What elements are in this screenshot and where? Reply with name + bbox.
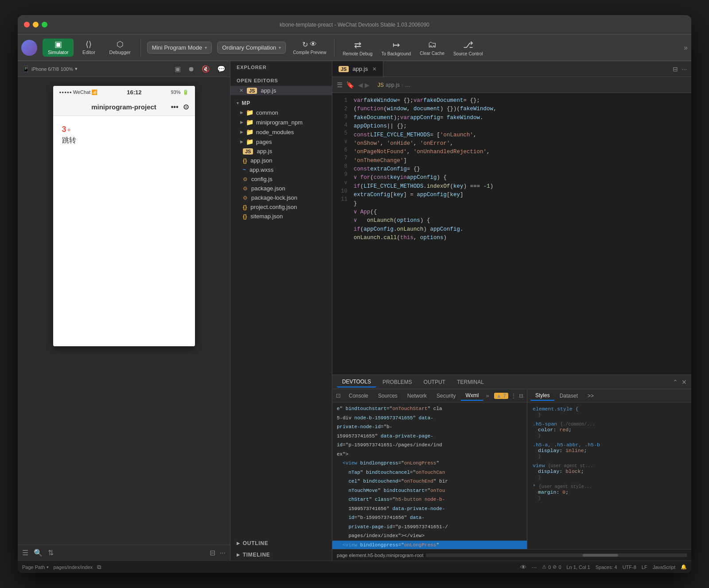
terminal-tab[interactable]: TERMINAL (452, 377, 489, 387)
more-options-icon[interactable]: ··· (220, 549, 226, 557)
more-icon[interactable]: ••• (171, 103, 179, 111)
source-control-button[interactable]: ⎇ Source Control (450, 38, 487, 58)
open-editor-appjs[interactable]: ✕ JS app.js (230, 86, 332, 95)
sim-toolbar-icon-3[interactable]: 🔇 (202, 65, 210, 73)
code-editor[interactable]: var fakeWindow = {};var fakeDocument = {… (350, 93, 691, 375)
console-scrollbar[interactable] (426, 553, 687, 557)
close-button[interactable] (24, 22, 30, 27)
bookmark-icon[interactable]: 🔖 (346, 81, 354, 89)
sim-toolbar-icon-2[interactable]: ⏺ (188, 65, 195, 73)
maximize-button[interactable] (42, 22, 47, 27)
minimize-button[interactable] (33, 22, 39, 27)
console-row[interactable]: pages/index/index"></view> (332, 531, 527, 541)
editor-button[interactable]: ⟨⟩ Editor (75, 39, 102, 57)
console-row-selected[interactable]: <view bindlongpress="onLongPress" (332, 541, 527, 549)
console-row[interactable]: 1599573741655" data-private-page- (332, 432, 527, 441)
console-row[interactable]: ex"> (332, 450, 527, 459)
file-configjs[interactable]: ⚙ config.js (230, 174, 332, 184)
filter-icon[interactable]: ⇅ (48, 549, 54, 557)
more-button[interactable]: » (684, 44, 688, 52)
nav-back-icon[interactable]: ◀ (358, 81, 363, 89)
problems-tab[interactable]: PROBLEMS (377, 377, 417, 387)
file-appjs[interactable]: JS app.js (230, 147, 332, 156)
eye-status-icon[interactable]: 👁 (520, 564, 526, 571)
console-row[interactable]: id="p-1599573741651-/pages/index/ind (332, 441, 527, 450)
sim-toolbar-icon-1[interactable]: ▣ (175, 65, 181, 73)
debugger-button[interactable]: ⬡ Debugger (104, 39, 136, 57)
console-row[interactable]: nTap" bindtouchcancel="onTouchCan (332, 468, 527, 477)
console-subtab[interactable]: Console (344, 391, 373, 400)
phone-nav-title: miniprogram-project (91, 103, 156, 111)
console-row[interactable]: 5-div node-b-1599573741655" data- (332, 414, 527, 423)
list-icon[interactable]: ☰ (22, 549, 28, 557)
console-row[interactable]: id="b-1599573741656" data- (332, 513, 527, 522)
security-subtab[interactable]: Security (432, 391, 460, 400)
layout-icon[interactable]: ⊟ (210, 549, 215, 557)
folder-miniprogram-npm[interactable]: ▶ 📁 miniprogram_npm (230, 117, 332, 127)
console-row[interactable]: cel" bindtouchend="onTouchEnd" bir (332, 477, 527, 486)
page-path-selector[interactable]: Page Path ▾ (22, 565, 49, 570)
split-editor-icon[interactable]: ⊟ (673, 66, 678, 73)
collapse-icon[interactable]: ⌃ (673, 379, 678, 386)
console-content[interactable]: e" bindtouchstart="onTouchStart" cla 5-d… (332, 402, 527, 549)
encoding[interactable]: UTF-8 (623, 565, 636, 570)
notification-bell-icon[interactable]: 🔔 (681, 564, 687, 570)
sim-toolbar-icon-4[interactable]: 💬 (217, 65, 226, 73)
console-row[interactable]: private-page-id="p-1599573741651-/ (332, 522, 527, 532)
styles-tab-more[interactable]: >> (583, 391, 598, 400)
tab-close-icon[interactable]: ✕ (372, 66, 377, 72)
more-status-icon[interactable]: ··· (532, 564, 537, 571)
file-packagejson[interactable]: ⚙ package.json (230, 184, 332, 193)
compilation-dropdown[interactable]: Ordinary Compilation ▾ (217, 42, 286, 54)
to-background-button[interactable]: ↦ To Background (378, 38, 415, 58)
search-icon[interactable]: 🔍 (34, 549, 43, 557)
folder-common[interactable]: ▶ 📁 common (230, 108, 332, 117)
outline-label[interactable]: ▶ OUTLINE (237, 540, 326, 546)
chevron-down-icon: ▾ (279, 45, 281, 50)
console-row[interactable]: <view bindlongpress="onLongPress" (332, 459, 527, 468)
mp-section-header[interactable]: ▾ MP (230, 99, 332, 108)
devtools-tab[interactable]: DEVTOOLS (337, 377, 376, 387)
indentation[interactable]: Spaces: 4 (596, 565, 617, 570)
clear-cache-button[interactable]: 🗂 Clear Cache (416, 38, 448, 58)
output-tab[interactable]: OUTPUT (418, 377, 451, 387)
simulator-button[interactable]: ▣ Simulator (43, 39, 74, 57)
close-icon[interactable]: ✕ (239, 88, 243, 93)
file-packagelockjson[interactable]: ⚙ package-lock.json (230, 193, 332, 202)
compile-preview-button[interactable]: ↻ 👁 Compile Preview (289, 39, 330, 57)
folder-node-modules[interactable]: ▶ 📁 node_modules (230, 127, 332, 137)
mode-dropdown[interactable]: Mini Program Mode ▾ (147, 42, 212, 54)
language-mode[interactable]: JavaScript (653, 565, 675, 570)
copy-path-icon[interactable]: ⧉ (97, 564, 101, 571)
dev-subtab-icon[interactable]: ⊡ (336, 392, 341, 399)
settings-icon[interactable]: ⋮ (511, 393, 516, 399)
styles-tab-dataset[interactable]: Dataset (555, 391, 582, 400)
more-subtabs-icon[interactable]: » (486, 392, 489, 399)
styles-tab-styles[interactable]: Styles (531, 391, 554, 401)
cursor-position[interactable]: Ln 1, Col 1 (567, 565, 590, 570)
record-icon[interactable]: ⊙ (183, 103, 189, 111)
wxml-subtab[interactable]: Wxml (461, 391, 483, 401)
console-row[interactable]: e" bindtouchstart="onTouchStart" cla (332, 404, 527, 414)
network-subtab[interactable]: Network (403, 391, 431, 400)
sources-subtab[interactable]: Sources (374, 391, 402, 400)
file-appjson[interactable]: {} app.json (230, 156, 332, 165)
nav-forward-icon[interactable]: ▶ (365, 81, 370, 89)
file-sitemapjson[interactable]: {} sitemap.json (230, 212, 332, 221)
editor-tab-appjs[interactable]: JS app.js ✕ (332, 61, 383, 77)
file-projectconfigjson[interactable]: {} project.config.json (230, 202, 332, 212)
line-ending[interactable]: LF (642, 565, 647, 570)
more-editor-icon[interactable]: ··· (682, 66, 687, 73)
folder-pages[interactable]: ▶ 📁 pages (230, 137, 332, 147)
dock-icon[interactable]: ⊟ (519, 393, 523, 399)
console-row[interactable]: private-node-id="b- (332, 422, 527, 432)
close-icon[interactable]: ✕ (682, 379, 687, 386)
console-row[interactable]: chStart" class="h5-button node-b- (332, 495, 527, 504)
console-row[interactable]: nTouchMove" bindtouchstart="onTou (332, 486, 527, 495)
file-appwxss[interactable]: ~ app.wxss (230, 165, 332, 174)
console-row[interactable]: 1599573741656" data-private-node- (332, 504, 527, 514)
timeline-label[interactable]: ▶ TIMELINE (237, 552, 326, 558)
remote-debug-button[interactable]: ⇄ Remote Debug (339, 38, 376, 58)
device-selector[interactable]: 📱 iPhone 6/7/8 100% ▾ (22, 66, 78, 73)
hamburger-icon[interactable]: ☰ (337, 81, 343, 89)
